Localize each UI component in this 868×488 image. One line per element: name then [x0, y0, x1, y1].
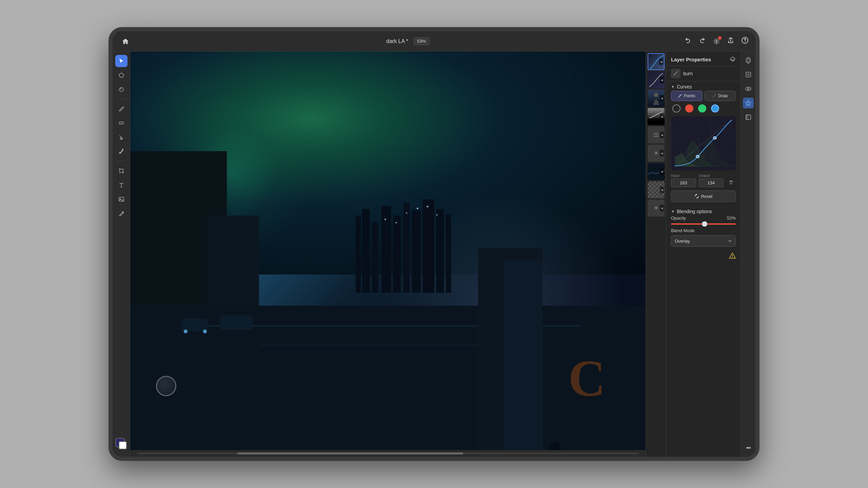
panel-title: Layer Properties: [671, 57, 711, 62]
svg-point-55: [746, 87, 751, 90]
blend-mode-select[interactable]: Overlay: [671, 235, 736, 247]
tool-color-sampler[interactable]: [115, 207, 127, 220]
svg-rect-18: [423, 200, 434, 293]
canvas-circle-indicator: [156, 376, 176, 396]
svg-rect-22: [396, 222, 397, 223]
tool-eyedropper[interactable]: [115, 145, 127, 158]
tool-text[interactable]: [115, 179, 127, 191]
scroll-track[interactable]: [137, 452, 639, 454]
canvas-area[interactable]: C: [130, 52, 646, 457]
undo-button[interactable]: [684, 37, 692, 46]
scroll-thumb[interactable]: [237, 452, 463, 454]
svg-rect-52: [746, 72, 751, 77]
tablet-inner: dark LA * 53%: [113, 31, 755, 457]
panel-layers-icon[interactable]: [730, 56, 736, 63]
layer-name-row: burn: [666, 66, 741, 81]
layer-thumb-4[interactable]: ◀: [648, 108, 665, 125]
main-area: C ◀: [113, 52, 755, 457]
svg-point-40: [654, 93, 658, 97]
layer-props-icon-button[interactable]: [743, 69, 754, 80]
help-button[interactable]: [741, 37, 749, 46]
layer-thumb-7[interactable]: ◀: [648, 163, 665, 180]
layer-expand-3[interactable]: ◀: [660, 95, 664, 102]
layer-thumb-9[interactable]: ☀ ◀: [648, 200, 665, 217]
blending-section-title: Blending options: [677, 209, 712, 214]
svg-text:C: C: [568, 350, 606, 407]
tool-fill[interactable]: [115, 131, 127, 143]
curves-tools: Points Draw: [671, 91, 736, 101]
visibility-icon-button[interactable]: [743, 83, 754, 94]
opacity-slider-thumb[interactable]: [702, 221, 707, 227]
svg-rect-14: [381, 206, 391, 293]
reset-button[interactable]: Reset: [671, 190, 736, 202]
warning-icon[interactable]: [729, 252, 736, 259]
layer-expand-7[interactable]: ◀: [660, 168, 664, 175]
panel-header: Layer Properties: [666, 52, 741, 66]
layer-expand-1[interactable]: ◀: [659, 58, 663, 65]
opacity-slider[interactable]: [671, 223, 736, 225]
tool-eraser[interactable]: [115, 117, 127, 129]
svg-point-50: [696, 155, 699, 158]
svg-point-51: [713, 137, 716, 139]
input-field: Input 163: [671, 174, 696, 187]
svg-rect-58: [746, 115, 748, 120]
layer-expand-5[interactable]: ◀: [660, 131, 664, 138]
input-label: Input: [671, 174, 696, 178]
layer-expand-9[interactable]: ◀: [660, 205, 664, 211]
layer-expand-6[interactable]: ◀: [660, 150, 664, 157]
output-value[interactable]: 134: [699, 179, 724, 187]
channel-red-button[interactable]: [685, 104, 693, 113]
layer-thumb-8[interactable]: ◀: [648, 181, 665, 198]
reset-label: Reset: [701, 194, 713, 199]
input-value[interactable]: 163: [671, 179, 696, 187]
redo-button[interactable]: [698, 37, 706, 46]
more-options-button[interactable]: •••: [743, 443, 754, 453]
draw-button[interactable]: Draw: [705, 91, 736, 101]
delete-point-button[interactable]: [726, 178, 736, 187]
layer-expand-8[interactable]: ◀: [660, 186, 664, 193]
tool-image[interactable]: [115, 193, 127, 205]
layer-expand-4[interactable]: ◀: [660, 113, 664, 120]
tool-magic-wand[interactable]: [115, 83, 127, 96]
curves-section-title: Curves: [677, 84, 692, 89]
svg-point-43: [679, 95, 681, 96]
home-button[interactable]: [119, 35, 132, 47]
layer-thumb-3[interactable]: ◀: [648, 90, 665, 107]
background-color[interactable]: [119, 441, 127, 449]
right-icon-strip: •••: [741, 52, 755, 457]
layer-expand-2[interactable]: ◀: [660, 77, 664, 83]
tool-brush[interactable]: [115, 103, 127, 115]
layer-thumb-1[interactable]: ◀: [648, 53, 665, 70]
svg-rect-37: [504, 261, 542, 457]
tool-lasso[interactable]: [115, 69, 127, 81]
svg-rect-16: [403, 203, 410, 293]
fx-icon-button[interactable]: [743, 98, 754, 108]
left-toolbar: [113, 52, 130, 457]
layer-thumb-2[interactable]: ◀: [648, 72, 665, 88]
channel-green-button[interactable]: [698, 104, 706, 113]
layer-thumb-6[interactable]: ☀ ◀: [648, 145, 665, 162]
bottom-scrollbar[interactable]: [130, 450, 646, 457]
curves-graph[interactable]: [671, 116, 736, 170]
layers-strip: ◀ ◀ ◀: [646, 52, 666, 457]
blending-section-header[interactable]: ▼ Blending options: [666, 206, 741, 216]
channel-rgb-button[interactable]: [672, 104, 680, 113]
color-swatches: [115, 438, 127, 453]
tool-crop[interactable]: [115, 165, 127, 177]
layer-thumb-5[interactable]: ⚖ ◀: [648, 126, 665, 143]
share-button[interactable]: [727, 37, 734, 46]
svg-point-9: [120, 198, 121, 199]
curves-collapse-arrow: ▼: [671, 85, 675, 89]
document-title: dark LA *: [386, 38, 408, 44]
alert-button[interactable]: [713, 38, 720, 45]
layers-icon-button[interactable]: [743, 55, 754, 66]
zoom-level[interactable]: 53%: [413, 37, 430, 45]
layer-type-icon: [671, 69, 680, 78]
svg-point-4: [119, 87, 123, 92]
points-button[interactable]: Points: [671, 91, 703, 101]
opacity-value: 52%: [727, 216, 736, 221]
tool-select[interactable]: [115, 55, 127, 67]
curves-section-header[interactable]: ▼ Curves: [666, 81, 741, 91]
channel-blue-button[interactable]: [711, 104, 719, 113]
mask-icon-button[interactable]: [743, 112, 754, 123]
